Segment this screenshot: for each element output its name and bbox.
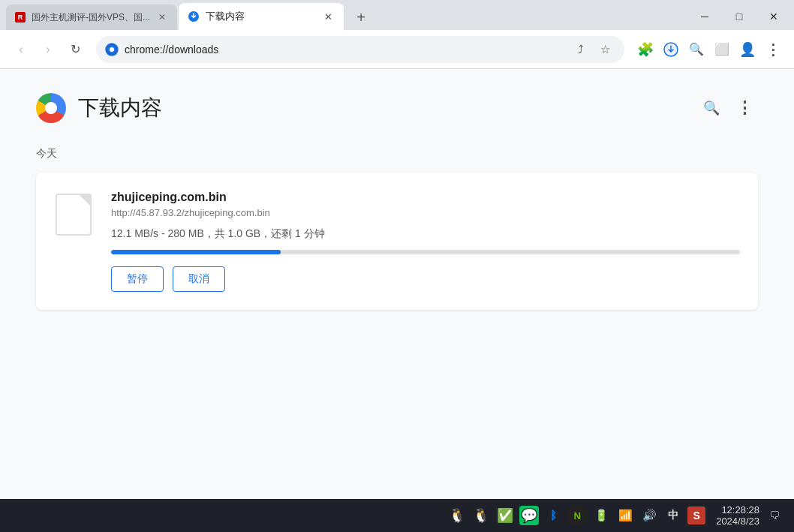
page-menu-icon: ⋮ [736,98,753,118]
wechat-icon[interactable]: 💬 [519,506,539,525]
tab-active-close[interactable]: ✕ [321,10,335,23]
page-header: 下载内容 🔍 ⋮ [36,93,758,123]
menu-button[interactable]: ⋮ [761,38,785,62]
back-icon: ‹ [19,43,23,56]
minimize-button[interactable]: ─ [687,5,722,29]
forward-icon: › [46,43,50,56]
file-icon [56,194,92,236]
cancel-button[interactable]: 取消 [173,266,225,292]
progress-bar-fill [111,250,281,254]
split-view-button[interactable]: ⬜ [710,38,734,62]
svg-point-4 [110,47,114,52]
check-icon[interactable]: ✅ [495,506,515,525]
page-search-icon: 🔍 [703,100,720,116]
taskbar: 🐧 🐧 ✅ 💬 ᛒ N 🔋 📶 🔊 中 S 12:28:28 2024/8/23… [0,499,794,532]
tab-inactive-close[interactable]: ✕ [156,11,168,23]
volume-icon[interactable]: 🔊 [639,506,659,525]
clock-date: 2024/8/23 [716,515,759,527]
battery-icon[interactable]: 🔋 [591,506,611,525]
download-filename: zhujiceping.com.bin [111,191,740,204]
search-button[interactable]: 🔍 [684,38,708,62]
page-header-actions: 🔍 ⋮ [698,95,758,122]
page-title: 下载内容 [78,94,162,122]
section-label: 今天 [36,147,758,161]
language-icon[interactable]: 中 [663,506,683,525]
notification-icon: 🗨 [769,509,780,521]
extensions-icon: 🧩 [637,41,654,58]
tab-inactive-favicon-letter: R [18,14,23,21]
taskbar-icons: 🐧 🐧 ✅ 💬 ᛒ N 🔋 📶 🔊 中 S 12:28:28 2024/8/23… [447,504,785,527]
reload-icon: ↻ [71,42,80,56]
page-header-left: 下载内容 [36,93,162,123]
search-icon: 🔍 [689,42,704,56]
forward-button[interactable]: › [36,38,60,62]
new-tab-button[interactable]: + [348,5,374,30]
clock-time: 12:28:28 [716,504,759,515]
download-info: zhujiceping.com.bin http://45.87.93.2/zh… [111,191,740,292]
maximize-icon: □ [736,11,742,23]
tab-active[interactable]: 下载内容 ✕ [179,3,344,30]
penguin1-icon[interactable]: 🐧 [447,506,467,525]
clock: 12:28:28 2024/8/23 [716,504,759,527]
browser-window: R 国外主机测评-国外VPS、国... ✕ 下载内容 ✕ + ─ [0,0,794,532]
notification-button[interactable]: 🗨 [764,505,785,526]
close-icon: ✕ [769,11,778,23]
back-button[interactable]: ‹ [9,38,33,62]
progress-bar-container [111,250,740,254]
chromium-logo [36,93,66,123]
address-bar-actions: ⤴ ☆ [570,39,615,60]
tab-active-title: 下载内容 [206,10,315,23]
wifi-icon[interactable]: 📶 [615,506,635,525]
bluetooth-icon[interactable]: ᛒ [543,506,563,525]
account-button[interactable]: 👤 [735,38,759,62]
bookmark-button[interactable]: ☆ [594,39,615,60]
page-search-button[interactable]: 🔍 [698,95,725,122]
window-controls: ─ □ ✕ [687,0,794,30]
maximize-button[interactable]: □ [722,5,756,29]
address-bar[interactable]: chrome://downloads ⤴ ☆ [96,36,624,63]
minimize-icon: ─ [701,11,708,23]
titlebar: R 国外主机测评-国外VPS、国... ✕ 下载内容 ✕ + ─ [0,0,794,30]
downloads-button[interactable] [659,38,683,62]
download-status: 12.1 MB/s - 280 MB，共 1.0 GB，还剩 1 分钟 [111,227,740,241]
tab-inactive-favicon: R [15,12,26,23]
penguin2-icon[interactable]: 🐧 [471,506,491,525]
extensions-button[interactable]: 🧩 [633,38,657,62]
toolbar: ‹ › ↻ [0,30,794,69]
bookmark-icon: ☆ [600,43,610,56]
download-actions: 暂停 取消 [111,266,740,292]
tab-inactive[interactable]: R 国外主机测评-国外VPS、国... ✕ [6,5,177,30]
share-icon: ⤴ [578,43,584,56]
tray-area: 12:28:28 2024/8/23 [716,504,759,527]
nvidia-icon[interactable]: N [567,506,587,525]
download-icon-area [36,191,111,292]
download-icon [663,42,678,57]
url-text: chrome://downloads [125,44,564,56]
share-button[interactable]: ⤴ [570,39,591,60]
logo-inner [45,102,57,114]
wps-icon[interactable]: S [687,506,705,524]
toolbar-actions: 🧩 🔍 ⬜ 👤 ⋮ [633,38,785,62]
menu-icon: ⋮ [765,41,780,59]
page-menu-button[interactable]: ⋮ [731,95,758,122]
split-icon: ⬜ [714,42,729,56]
account-icon: 👤 [739,41,756,58]
site-icon [105,43,119,56]
page-content: zhujiceping.com 下载内容 🔍 ⋮ [0,69,794,499]
downloads-page: 下载内容 🔍 ⋮ 今天 zhujicep [0,69,794,499]
tab-inactive-title: 国外主机测评-国外VPS、国... [32,11,150,24]
new-tab-icon: + [356,9,365,26]
download-item: zhujiceping.com.bin http://45.87.93.2/zh… [36,173,758,310]
download-url: http://45.87.93.2/zhujiceping.com.bin [111,207,740,218]
reload-button[interactable]: ↻ [63,38,87,62]
tab-active-favicon [188,11,200,23]
pause-button[interactable]: 暂停 [111,266,164,292]
close-button[interactable]: ✕ [756,5,791,29]
